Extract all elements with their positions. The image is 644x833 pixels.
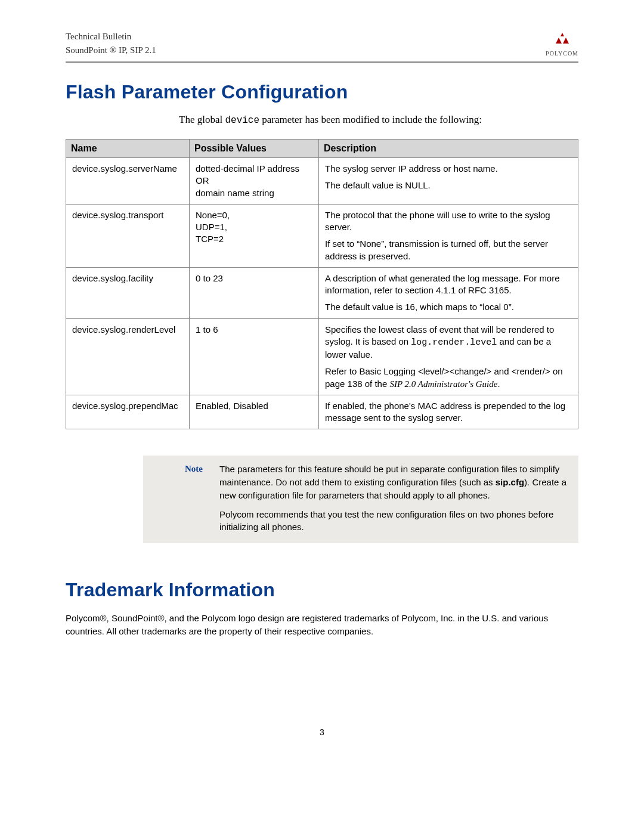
th-name: Name (66, 140, 190, 158)
desc-block: The syslog server IP address or host nam… (325, 163, 572, 175)
desc-block: Refer to Basic Logging <level/><change/>… (325, 366, 572, 390)
trademark-body: Polycom®, SoundPoint®, and the Polycom l… (66, 612, 578, 638)
cell-description: If enabled, the phone's MAC address is p… (319, 395, 578, 429)
table-row: device.syslog.facility0 to 23A descripti… (66, 267, 578, 318)
desc-segment: SIP 2.0 Administrator's Guide (389, 379, 497, 389)
polycom-logo: POLYCOM (546, 33, 578, 57)
note-para1: The parameters for this feature should b… (219, 463, 568, 501)
cell-name: device.syslog.prependMac (66, 395, 190, 429)
logo-text: POLYCOM (546, 50, 578, 57)
header-line1: Technical Bulletin (66, 30, 156, 44)
cell-values: Enabled, Disabled (190, 395, 319, 429)
cell-description: A description of what generated the log … (319, 267, 578, 318)
cell-name: device.syslog.transport (66, 204, 190, 267)
cell-description: Specifies the lowest class of event that… (319, 318, 578, 395)
note-box: Note The parameters for this feature sho… (143, 456, 578, 543)
desc-block: If set to “None”, transmission is turned… (325, 238, 572, 262)
table-header-row: Name Possible Values Description (66, 140, 578, 158)
note-p1-bold: sip.cfg (496, 477, 524, 487)
cell-name: device.syslog.facility (66, 267, 190, 318)
page-number: 3 (66, 727, 578, 737)
intro-pre: The global (179, 114, 225, 125)
note-label: Note (143, 463, 203, 534)
table-row: device.syslog.prependMacEnabled, Disable… (66, 395, 578, 429)
desc-segment: . (497, 379, 500, 389)
cell-values: 1 to 6 (190, 318, 319, 395)
cell-values: None=0, UDP=1, TCP=2 (190, 204, 319, 267)
parameter-table: Name Possible Values Description device.… (66, 139, 578, 429)
table-row: device.syslog.renderLevel1 to 6Specifies… (66, 318, 578, 395)
cell-values: 0 to 23 (190, 267, 319, 318)
intro-code: device (225, 115, 259, 126)
desc-block: If enabled, the phone's MAC address is p… (325, 400, 572, 425)
section-heading-trademark: Trademark Information (66, 579, 578, 601)
desc-block: The protocol that the phone will use to … (325, 209, 572, 234)
desc-block: Specifies the lowest class of event that… (325, 324, 572, 361)
note-para2: Polycom recommends that you test the new… (219, 508, 568, 534)
svg-marker-2 (563, 38, 569, 44)
cell-description: The protocol that the phone will use to … (319, 204, 578, 267)
intro-paragraph: The global device parameter has been mod… (179, 114, 578, 126)
desc-block: The default value is NULL. (325, 179, 572, 191)
table-row: device.syslog.transportNone=0, UDP=1, TC… (66, 204, 578, 267)
cell-values: dotted-decimal IP address OR domain name… (190, 158, 319, 205)
svg-marker-1 (556, 38, 562, 44)
cell-name: device.syslog.renderLevel (66, 318, 190, 395)
header-left: Technical Bulletin SoundPoint ® IP, SIP … (66, 30, 156, 57)
logo-icon (546, 33, 578, 50)
th-values: Possible Values (190, 140, 319, 158)
cell-name: device.syslog.serverName (66, 158, 190, 205)
desc-segment: log.render.level (411, 337, 497, 348)
th-desc: Description (319, 140, 578, 158)
desc-block: The default value is 16, which maps to “… (325, 301, 572, 313)
desc-block: A description of what generated the log … (325, 272, 572, 297)
note-body: The parameters for this feature should b… (219, 463, 568, 534)
table-row: device.syslog.serverNamedotted-decimal I… (66, 158, 578, 205)
header-line2: SoundPoint ® IP, SIP 2.1 (66, 44, 156, 57)
section-heading-flash: Flash Parameter Configuration (66, 81, 578, 103)
cell-description: The syslog server IP address or host nam… (319, 158, 578, 205)
intro-post: parameter has been modified to include t… (259, 114, 482, 125)
svg-marker-0 (561, 33, 564, 36)
page-header: Technical Bulletin SoundPoint ® IP, SIP … (66, 30, 578, 57)
header-divider (66, 61, 578, 63)
